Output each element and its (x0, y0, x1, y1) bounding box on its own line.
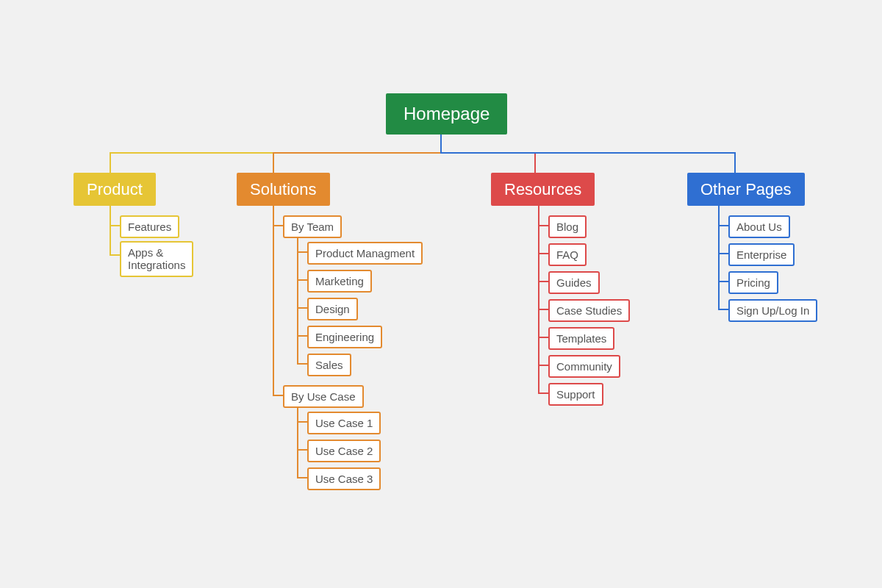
leaf-case-studies: Case Studies (548, 299, 630, 322)
section-node-solutions: Solutions (237, 173, 330, 206)
leaf-blog: Blog (548, 215, 587, 238)
section-node-product: Product (74, 173, 156, 206)
section-node-other-pages: Other Pages (687, 173, 805, 206)
leaf-product-management: Product Managment (307, 242, 423, 265)
leaf-use-case-1: Use Case 1 (307, 412, 381, 434)
leaf-support: Support (548, 383, 603, 406)
leaf-sales: Sales (307, 354, 351, 376)
leaf-guides: Guides (548, 271, 600, 294)
leaf-use-case-3: Use Case 3 (307, 467, 381, 490)
leaf-templates: Templates (548, 327, 614, 350)
section-node-resources: Resources (491, 173, 595, 206)
sitemap-diagram: Homepage Product Solutions Resources Oth… (0, 0, 882, 588)
leaf-pricing: Pricing (728, 271, 778, 294)
leaf-sign-up-log-in: Sign Up/Log In (728, 299, 817, 322)
group-by-team: By Team (283, 215, 342, 238)
leaf-enterprise: Enterprise (728, 243, 795, 266)
leaf-design: Design (307, 298, 358, 320)
leaf-about-us: About Us (728, 215, 790, 238)
leaf-faq: FAQ (548, 243, 587, 266)
leaf-engineering: Engineering (307, 326, 382, 348)
leaf-features: Features (120, 215, 179, 238)
leaf-community: Community (548, 355, 620, 378)
leaf-marketing: Marketing (307, 270, 372, 293)
leaf-apps-integrations: Apps & Integrations (120, 241, 193, 277)
root-node-homepage: Homepage (386, 93, 507, 135)
group-by-use-case: By Use Case (283, 385, 364, 408)
leaf-use-case-2: Use Case 2 (307, 440, 381, 462)
